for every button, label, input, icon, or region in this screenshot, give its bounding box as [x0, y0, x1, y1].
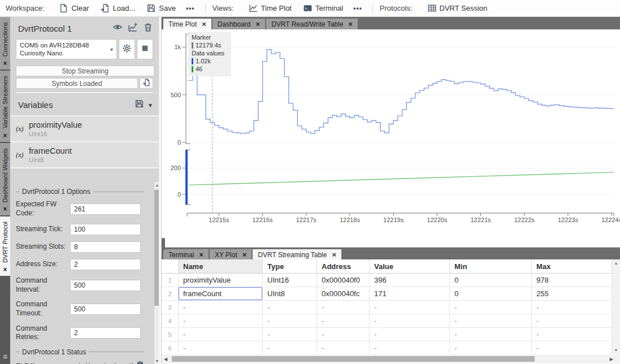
panel-scrollbar[interactable]: ▲ ▼: [154, 182, 160, 364]
tab-terminal[interactable]: Terminal×: [163, 249, 209, 260]
close-icon[interactable]: ×: [3, 133, 7, 138]
tab-dashboard[interactable]: Dashboard×: [213, 19, 265, 29]
table-vertical-scrollbar[interactable]: ▲ ▼: [612, 259, 620, 354]
cell-address[interactable]: -: [317, 301, 370, 314]
time-plot-view-button[interactable]: Time Plot: [244, 2, 296, 15]
cell-address[interactable]: -: [317, 341, 370, 354]
connection-settings-button[interactable]: [119, 39, 135, 59]
cell-value[interactable]: -: [370, 328, 450, 341]
scroll-up-icon[interactable]: ▲: [612, 261, 620, 265]
option-input[interactable]: [70, 280, 141, 291]
scroll-down-icon[interactable]: ▼: [612, 348, 620, 352]
cell-min[interactable]: -: [450, 314, 532, 327]
scroll-up-icon[interactable]: ▲: [154, 183, 160, 187]
load-workspace-button[interactable]: Load...: [96, 2, 140, 15]
connection-select[interactable]: COM5 on AVR128DB48 Curiosity Nano ▾: [16, 39, 117, 59]
close-icon[interactable]: ×: [332, 252, 336, 258]
option-input[interactable]: [70, 203, 141, 215]
menu-icon[interactable]: ≡: [0, 352, 10, 361]
cell-name[interactable]: -: [179, 301, 263, 314]
cell-min[interactable]: -: [450, 301, 532, 314]
side-tab-dvrt-protocol[interactable]: DVRT Protocol×: [0, 216, 10, 276]
cell-address[interactable]: -: [317, 314, 370, 327]
cell-value[interactable]: -: [370, 314, 450, 327]
cell-name[interactable]: -: [179, 328, 263, 341]
clear-workspace-button[interactable]: Clear: [54, 2, 93, 15]
column-header-type[interactable]: Type: [263, 259, 317, 273]
close-icon[interactable]: ×: [3, 206, 7, 212]
dvrt-session-button[interactable]: DVRT Session: [423, 2, 492, 15]
variable-item-proximityValue[interactable]: (x)proximityValueUInt16: [10, 116, 159, 142]
load-symbols-button[interactable]: [140, 78, 153, 89]
trash-icon[interactable]: [143, 22, 153, 34]
cell-min[interactable]: -: [450, 341, 532, 354]
option-input[interactable]: [70, 224, 141, 235]
cell-max[interactable]: 255: [532, 287, 612, 300]
cell-value[interactable]: 396: [370, 274, 450, 287]
option-input[interactable]: [70, 304, 141, 315]
scroll-right-icon[interactable]: ▶: [610, 357, 613, 362]
save-variables-icon[interactable]: [135, 99, 149, 111]
tab-dvrt-read-write-table[interactable]: DVRT Read/Write Table×: [266, 19, 358, 29]
cell-max[interactable]: -: [532, 301, 612, 314]
views-overflow-button[interactable]: •••: [350, 5, 366, 12]
table-horizontal-scrollbar[interactable]: ◀ ▶: [162, 354, 620, 363]
scroll-down-icon[interactable]: ▼: [154, 359, 160, 363]
cell-name[interactable]: -: [179, 314, 263, 327]
tab-dvrt-streaming-table[interactable]: DVRT Streaming Table×: [253, 249, 341, 260]
scroll-left-icon[interactable]: ◀: [164, 357, 167, 362]
cell-value[interactable]: 171: [370, 287, 450, 300]
close-icon[interactable]: ×: [3, 60, 7, 66]
scrollbar-thumb[interactable]: [172, 356, 535, 362]
cell-address[interactable]: -: [317, 328, 370, 341]
cell-type[interactable]: UInt8: [263, 287, 317, 300]
option-input[interactable]: [70, 241, 141, 253]
tab-xy-plot[interactable]: XY Plot×: [210, 249, 252, 260]
side-tab-dashboard-widgets[interactable]: Dashboard Widgets×: [0, 143, 10, 216]
add-plot-icon[interactable]: [128, 22, 138, 34]
close-icon[interactable]: ×: [348, 21, 353, 27]
side-tab-connections[interactable]: Connections×: [0, 17, 10, 70]
chevron-down-icon[interactable]: ▾: [149, 101, 152, 109]
column-header-min[interactable]: Min: [450, 259, 532, 273]
tab-time-plot[interactable]: Time Plot×: [163, 19, 211, 29]
scrollbar-thumb[interactable]: [154, 190, 160, 306]
cell-value[interactable]: -: [370, 301, 450, 314]
stop-session-button[interactable]: [137, 39, 153, 59]
pane-splitter-handle[interactable]: [162, 238, 165, 250]
cell-name[interactable]: proximityValue: [179, 274, 263, 287]
cell-address[interactable]: 0x000040fc: [317, 287, 370, 300]
eye-icon[interactable]: [112, 22, 123, 34]
close-icon[interactable]: ×: [199, 252, 203, 258]
workspace-overflow-button[interactable]: •••: [183, 5, 198, 12]
cell-type[interactable]: -: [263, 341, 317, 354]
cell-type[interactable]: -: [263, 328, 317, 341]
column-header-name[interactable]: Name: [179, 259, 263, 273]
cell-type[interactable]: UInt16: [263, 274, 317, 287]
close-icon[interactable]: ×: [3, 267, 7, 272]
column-header-max[interactable]: Max: [532, 259, 612, 273]
cell-min[interactable]: 0: [450, 287, 532, 300]
cell-type[interactable]: -: [263, 301, 317, 314]
cell-max[interactable]: -: [532, 341, 612, 354]
column-header-value[interactable]: Value: [370, 259, 450, 273]
cell-name[interactable]: frameCount: [179, 287, 263, 300]
save-workspace-button[interactable]: Save: [142, 2, 180, 15]
cell-max[interactable]: -: [532, 314, 612, 327]
variable-item-frameCount[interactable]: (x)frameCountUInt8: [10, 142, 159, 168]
cell-address[interactable]: 0x000040f0: [317, 274, 370, 287]
symbols-loaded-button[interactable]: Symbols Loaded: [16, 78, 138, 89]
cell-min[interactable]: -: [450, 328, 532, 341]
side-tab-variable-streamers[interactable]: Variable Streamers×: [0, 71, 10, 141]
time-plot-pane[interactable]: 05001k020012215s12216s12217s12218s12219s…: [162, 29, 620, 247]
close-icon[interactable]: ×: [256, 21, 261, 27]
cell-max[interactable]: -: [532, 328, 612, 341]
cell-name[interactable]: -: [179, 341, 263, 354]
stop-streaming-button[interactable]: Stop Streaming: [16, 66, 154, 76]
option-input[interactable]: [70, 327, 141, 339]
close-icon[interactable]: ×: [242, 252, 247, 258]
cell-type[interactable]: -: [263, 314, 317, 327]
option-input[interactable]: [70, 259, 141, 270]
column-header-address[interactable]: Address: [317, 259, 370, 273]
cell-max[interactable]: 978: [532, 274, 612, 287]
